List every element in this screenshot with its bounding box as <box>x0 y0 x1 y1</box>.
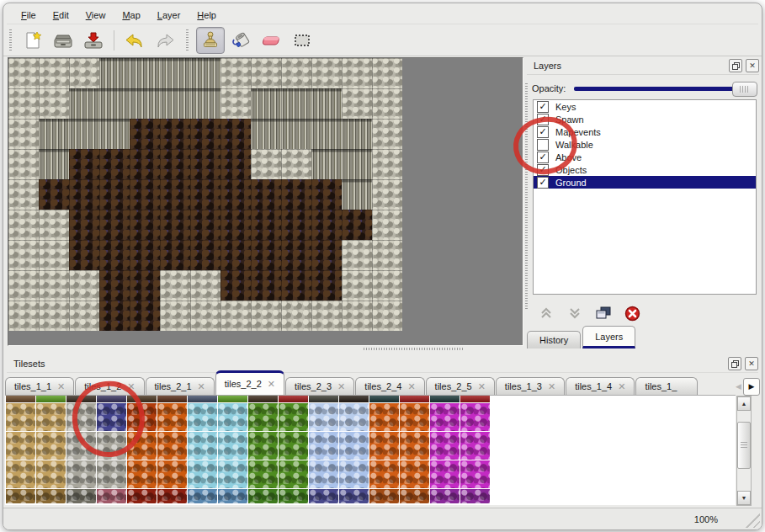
layer-visibility-checkbox-keys[interactable]: ✓ <box>537 101 549 113</box>
map-tile-cliff-face[interactable] <box>190 88 220 119</box>
palette-tile[interactable] <box>460 432 490 460</box>
tab-scroll-right-button[interactable]: ▶ <box>743 378 760 396</box>
map-tile-rock-wall[interactable] <box>281 301 311 331</box>
map-tile-cave-floor[interactable] <box>251 179 281 210</box>
map-tile-cave-floor[interactable] <box>220 119 251 149</box>
tileset-tab-tiles_1_3[interactable]: tiles_1_3✕ <box>496 377 565 395</box>
palette-tile[interactable] <box>157 489 187 503</box>
tileset-tab-tiles_2_3[interactable]: tiles_2_3✕ <box>285 377 354 395</box>
map-tile-rock-wall[interactable] <box>342 270 372 301</box>
map-tile-rock-wall[interactable] <box>372 119 402 149</box>
palette-tile[interactable] <box>97 489 126 503</box>
tab-close-icon[interactable]: ✕ <box>127 381 135 392</box>
map-tile-cave-floor[interactable] <box>160 240 190 270</box>
map-tile-rock-wall[interactable] <box>69 270 99 301</box>
map-tile-cliff-face[interactable] <box>69 119 99 149</box>
scroll-up-arrow-icon[interactable]: ▲ <box>737 396 751 411</box>
lower-layer-button[interactable] <box>565 303 585 323</box>
layer-row-spawn[interactable]: ✓Spawn <box>534 113 756 125</box>
map-tile-cave-floor[interactable] <box>190 179 220 210</box>
map-tile-cliff-face[interactable] <box>251 119 281 149</box>
palette-tile[interactable] <box>66 460 96 488</box>
tab-close-icon[interactable]: ✕ <box>548 381 555 392</box>
map-tile-rock-wall[interactable] <box>39 210 69 240</box>
palette-tile[interactable] <box>6 403 35 431</box>
palette-tile[interactable] <box>460 396 490 402</box>
map-tile-cliff-face[interactable] <box>69 88 99 119</box>
layer-visibility-checkbox-spawn[interactable]: ✓ <box>537 114 549 125</box>
palette-tile[interactable] <box>339 460 369 488</box>
palette-tile[interactable] <box>188 489 217 503</box>
menu-help[interactable]: Help <box>189 8 224 23</box>
palette-tile[interactable] <box>309 460 338 488</box>
opacity-slider-handle[interactable] <box>732 82 757 97</box>
layer-row-above[interactable]: ✓Above <box>534 151 756 163</box>
map-tile-rock-wall[interactable] <box>251 301 281 331</box>
redo-button[interactable] <box>151 28 178 53</box>
map-tile-cave-floor[interactable] <box>130 301 160 331</box>
layer-row-keys[interactable]: ✓Keys <box>534 100 756 113</box>
map-tile-rock-wall[interactable] <box>220 301 251 331</box>
map-tile-cliff-face[interactable] <box>342 179 372 210</box>
map-tile-cliff-face[interactable] <box>130 58 160 88</box>
palette-tile[interactable] <box>36 489 66 503</box>
map-tile-cliff-face[interactable] <box>160 58 190 88</box>
open-map-button[interactable] <box>50 28 77 53</box>
map-tile-rock-wall[interactable] <box>39 58 69 88</box>
map-tile-rock-wall[interactable] <box>372 149 402 179</box>
map-tile-cave-floor[interactable] <box>130 210 160 240</box>
select-tool-button[interactable] <box>289 28 316 53</box>
new-file-button[interactable] <box>19 28 46 53</box>
map-tile-rock-wall[interactable] <box>372 270 402 301</box>
map-tile-cliff-face[interactable] <box>190 58 220 88</box>
palette-tile[interactable] <box>127 432 157 460</box>
map-tile-cave-floor[interactable] <box>130 149 160 179</box>
map-tile-cliff-face[interactable] <box>311 119 342 149</box>
map-tile-cave-floor[interactable] <box>99 210 130 240</box>
tab-close-icon[interactable]: ✕ <box>337 381 345 392</box>
map-tile-cave-floor[interactable] <box>220 149 251 179</box>
layer-row-mapevents[interactable]: ✓Mapevents <box>534 125 756 138</box>
map-tile-rock-wall[interactable] <box>342 58 372 88</box>
map-tile-rock-wall[interactable] <box>311 58 342 88</box>
palette-tile[interactable] <box>248 460 278 488</box>
fill-tool-button[interactable] <box>228 28 255 53</box>
map-tile-rock-wall[interactable] <box>69 58 99 88</box>
tab-close-icon[interactable]: ✕ <box>407 381 415 392</box>
map-tile-cliff-face[interactable] <box>99 58 130 88</box>
palette-tile[interactable] <box>66 432 96 460</box>
palette-tile[interactable] <box>127 489 157 503</box>
palette-tile[interactable] <box>279 396 308 402</box>
palette-tile[interactable] <box>279 432 308 460</box>
map-tile-rock-wall[interactable] <box>372 179 402 210</box>
map-tile-rock-wall[interactable] <box>342 88 372 119</box>
map-tile-cave-floor[interactable] <box>160 179 190 210</box>
map-tile-rock-wall[interactable] <box>160 301 190 331</box>
tab-close-icon[interactable]: ✕ <box>198 381 205 392</box>
map-tile-cave-floor[interactable] <box>160 149 190 179</box>
palette-tile[interactable] <box>248 489 278 503</box>
map-tile-rock-wall[interactable] <box>342 301 372 331</box>
map-tile-cave-floor[interactable] <box>190 149 220 179</box>
layer-visibility-checkbox-ground[interactable]: ✓ <box>537 177 549 189</box>
map-tile-cave-floor[interactable] <box>281 270 311 301</box>
map-tile-cliff-face[interactable] <box>160 88 190 119</box>
layer-visibility-checkbox-objects[interactable]: ✓ <box>537 164 549 176</box>
map-tile-cave-floor[interactable] <box>99 240 130 270</box>
tileset-tab-tiles_1_2[interactable]: tiles_1_2✕ <box>75 377 144 395</box>
map-tile-cave-floor[interactable] <box>99 149 130 179</box>
toolbar-drag-handle[interactable] <box>8 29 13 51</box>
map-tile-rock-wall[interactable] <box>8 270 39 301</box>
opacity-slider[interactable] <box>572 82 757 95</box>
scroll-down-arrow-icon[interactable]: ▼ <box>737 491 751 505</box>
palette-tile[interactable] <box>339 396 369 402</box>
menu-file[interactable]: File <box>13 8 44 23</box>
map-tile-cave-floor[interactable] <box>99 301 130 331</box>
tab-close-icon[interactable]: ✕ <box>618 381 625 392</box>
palette-tile[interactable] <box>218 396 247 402</box>
raise-layer-button[interactable] <box>536 303 556 323</box>
map-tile-rock-wall[interactable] <box>8 210 39 240</box>
palette-tile[interactable] <box>97 460 126 488</box>
map-tile-cave-floor[interactable] <box>190 119 220 149</box>
palette-tile[interactable] <box>218 432 247 460</box>
